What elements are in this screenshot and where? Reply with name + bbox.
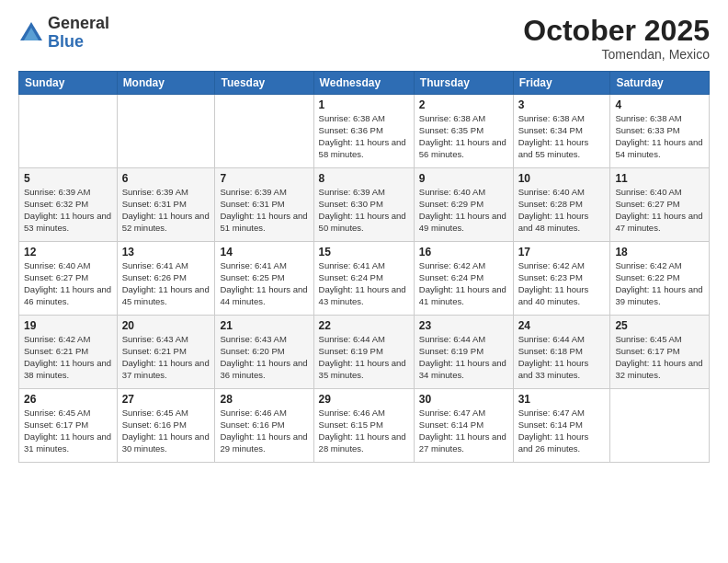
day-info: Sunrise: 6:39 AMSunset: 6:31 PMDaylight:… (122, 187, 210, 234)
day-number: 20 (122, 319, 210, 332)
calendar-cell (117, 95, 215, 168)
day-number: 11 (615, 172, 704, 185)
calendar-cell: 3 Sunrise: 6:38 AMSunset: 6:34 PMDayligh… (513, 95, 610, 168)
calendar-header-row: Sunday Monday Tuesday Wednesday Thursday… (19, 72, 710, 95)
col-tuesday: Tuesday (215, 72, 313, 95)
day-info: Sunrise: 6:39 AMSunset: 6:30 PMDaylight:… (319, 187, 409, 234)
col-saturday: Saturday (610, 72, 710, 95)
col-monday: Monday (117, 72, 215, 95)
day-number: 7 (220, 172, 308, 185)
day-info: Sunrise: 6:46 AMSunset: 6:15 PMDaylight:… (319, 408, 409, 454)
day-number: 1 (319, 98, 409, 111)
col-wednesday: Wednesday (313, 72, 414, 95)
day-number: 30 (419, 393, 508, 406)
calendar-cell: 28 Sunrise: 6:46 AMSunset: 6:16 PMDaylig… (215, 389, 313, 463)
day-number: 27 (122, 393, 210, 406)
day-info: Sunrise: 6:45 AMSunset: 6:17 PMDaylight:… (24, 408, 112, 454)
calendar-cell: 2 Sunrise: 6:38 AMSunset: 6:35 PMDayligh… (414, 95, 513, 168)
logo-general: General (48, 15, 109, 33)
day-number: 4 (615, 98, 704, 111)
calendar-cell: 11 Sunrise: 6:40 AMSunset: 6:27 PMDaylig… (610, 168, 710, 242)
logo: General Blue (18, 15, 109, 52)
day-number: 8 (319, 172, 409, 185)
day-number: 15 (319, 246, 409, 259)
day-number: 21 (220, 319, 308, 332)
logo-blue: Blue (48, 33, 109, 52)
calendar-cell: 10 Sunrise: 6:40 AMSunset: 6:28 PMDaylig… (513, 168, 610, 242)
calendar-cell: 15 Sunrise: 6:41 AMSunset: 6:24 PMDaylig… (313, 242, 414, 316)
day-info: Sunrise: 6:40 AMSunset: 6:28 PMDaylight:… (518, 187, 606, 234)
calendar: Sunday Monday Tuesday Wednesday Thursday… (18, 71, 710, 463)
day-number: 5 (24, 172, 112, 185)
day-info: Sunrise: 6:39 AMSunset: 6:31 PMDaylight:… (220, 187, 308, 234)
calendar-cell: 4 Sunrise: 6:38 AMSunset: 6:33 PMDayligh… (610, 95, 710, 168)
day-number: 2 (419, 98, 508, 111)
calendar-cell: 8 Sunrise: 6:39 AMSunset: 6:30 PMDayligh… (313, 168, 414, 242)
calendar-cell: 24 Sunrise: 6:44 AMSunset: 6:18 PMDaylig… (513, 316, 610, 389)
calendar-cell: 14 Sunrise: 6:41 AMSunset: 6:25 PMDaylig… (215, 242, 313, 316)
day-info: Sunrise: 6:44 AMSunset: 6:19 PMDaylight:… (419, 334, 508, 381)
day-number: 16 (419, 246, 508, 259)
location-subtitle: Tomendan, Mexico (523, 47, 710, 62)
day-number: 14 (220, 246, 308, 259)
day-info: Sunrise: 6:41 AMSunset: 6:26 PMDaylight:… (122, 260, 210, 307)
day-info: Sunrise: 6:41 AMSunset: 6:25 PMDaylight:… (220, 260, 308, 307)
day-info: Sunrise: 6:38 AMSunset: 6:33 PMDaylight:… (615, 113, 704, 160)
calendar-cell: 13 Sunrise: 6:41 AMSunset: 6:26 PMDaylig… (117, 242, 215, 316)
day-number: 26 (24, 393, 112, 406)
calendar-cell (215, 95, 313, 168)
day-info: Sunrise: 6:45 AMSunset: 6:17 PMDaylight:… (615, 334, 704, 381)
day-info: Sunrise: 6:41 AMSunset: 6:24 PMDaylight:… (319, 260, 409, 307)
calendar-cell: 6 Sunrise: 6:39 AMSunset: 6:31 PMDayligh… (117, 168, 215, 242)
day-number: 12 (24, 246, 112, 259)
logo-text: General Blue (48, 15, 109, 52)
calendar-cell: 30 Sunrise: 6:47 AMSunset: 6:14 PMDaylig… (414, 389, 513, 463)
day-number: 22 (319, 319, 409, 332)
header: General Blue October 2025 Tomendan, Mexi… (18, 15, 710, 62)
day-number: 10 (518, 172, 606, 185)
calendar-cell: 17 Sunrise: 6:42 AMSunset: 6:23 PMDaylig… (513, 242, 610, 316)
day-info: Sunrise: 6:46 AMSunset: 6:16 PMDaylight:… (220, 408, 308, 454)
calendar-cell: 25 Sunrise: 6:45 AMSunset: 6:17 PMDaylig… (610, 316, 710, 389)
calendar-week-row: 12 Sunrise: 6:40 AMSunset: 6:27 PMDaylig… (19, 242, 710, 316)
day-number: 28 (220, 393, 308, 406)
calendar-cell (610, 389, 710, 463)
day-number: 29 (319, 393, 409, 406)
day-info: Sunrise: 6:42 AMSunset: 6:22 PMDaylight:… (615, 260, 704, 307)
day-number: 6 (122, 172, 210, 185)
day-info: Sunrise: 6:44 AMSunset: 6:18 PMDaylight:… (518, 334, 606, 381)
day-info: Sunrise: 6:40 AMSunset: 6:27 PMDaylight:… (24, 260, 112, 307)
day-info: Sunrise: 6:42 AMSunset: 6:23 PMDaylight:… (518, 260, 606, 307)
day-number: 18 (615, 246, 704, 259)
page: General Blue October 2025 Tomendan, Mexi… (0, 0, 728, 563)
calendar-cell: 7 Sunrise: 6:39 AMSunset: 6:31 PMDayligh… (215, 168, 313, 242)
day-number: 3 (518, 98, 606, 111)
calendar-cell: 27 Sunrise: 6:45 AMSunset: 6:16 PMDaylig… (117, 389, 215, 463)
calendar-cell: 29 Sunrise: 6:46 AMSunset: 6:15 PMDaylig… (313, 389, 414, 463)
calendar-week-row: 5 Sunrise: 6:39 AMSunset: 6:32 PMDayligh… (19, 168, 710, 242)
day-info: Sunrise: 6:38 AMSunset: 6:34 PMDaylight:… (518, 113, 606, 160)
day-info: Sunrise: 6:47 AMSunset: 6:14 PMDaylight:… (419, 408, 508, 454)
day-number: 23 (419, 319, 508, 332)
calendar-cell: 23 Sunrise: 6:44 AMSunset: 6:19 PMDaylig… (414, 316, 513, 389)
day-info: Sunrise: 6:42 AMSunset: 6:21 PMDaylight:… (24, 334, 112, 381)
day-info: Sunrise: 6:43 AMSunset: 6:21 PMDaylight:… (122, 334, 210, 381)
calendar-week-row: 19 Sunrise: 6:42 AMSunset: 6:21 PMDaylig… (19, 316, 710, 389)
day-number: 24 (518, 319, 606, 332)
day-info: Sunrise: 6:39 AMSunset: 6:32 PMDaylight:… (24, 187, 112, 234)
calendar-cell: 20 Sunrise: 6:43 AMSunset: 6:21 PMDaylig… (117, 316, 215, 389)
calendar-cell: 31 Sunrise: 6:47 AMSunset: 6:14 PMDaylig… (513, 389, 610, 463)
calendar-cell: 21 Sunrise: 6:43 AMSunset: 6:20 PMDaylig… (215, 316, 313, 389)
title-block: October 2025 Tomendan, Mexico (523, 15, 710, 62)
month-title: October 2025 (523, 15, 710, 47)
day-number: 25 (615, 319, 704, 332)
day-number: 31 (518, 393, 606, 406)
calendar-cell: 22 Sunrise: 6:44 AMSunset: 6:19 PMDaylig… (313, 316, 414, 389)
calendar-cell: 5 Sunrise: 6:39 AMSunset: 6:32 PMDayligh… (19, 168, 118, 242)
calendar-week-row: 26 Sunrise: 6:45 AMSunset: 6:17 PMDaylig… (19, 389, 710, 463)
calendar-cell: 9 Sunrise: 6:40 AMSunset: 6:29 PMDayligh… (414, 168, 513, 242)
day-info: Sunrise: 6:47 AMSunset: 6:14 PMDaylight:… (518, 408, 606, 454)
calendar-cell: 18 Sunrise: 6:42 AMSunset: 6:22 PMDaylig… (610, 242, 710, 316)
calendar-cell: 19 Sunrise: 6:42 AMSunset: 6:21 PMDaylig… (19, 316, 118, 389)
calendar-cell: 26 Sunrise: 6:45 AMSunset: 6:17 PMDaylig… (19, 389, 118, 463)
